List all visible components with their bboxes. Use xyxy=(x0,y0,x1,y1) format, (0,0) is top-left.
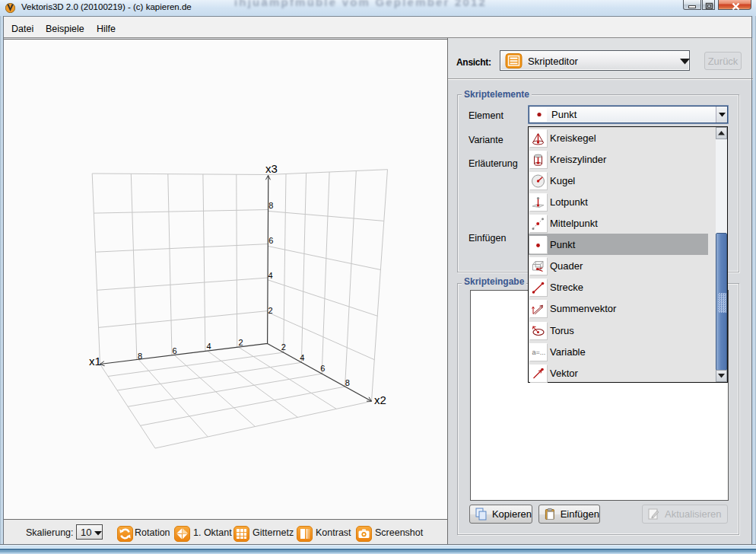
svg-text:a=...: a=... xyxy=(532,349,546,356)
svg-text:2: 2 xyxy=(238,338,243,347)
svg-text:2: 2 xyxy=(281,342,286,352)
svg-text:x1: x1 xyxy=(89,355,101,368)
svg-text:4: 4 xyxy=(300,353,304,362)
svg-text:x2: x2 xyxy=(374,393,386,406)
svg-text:2: 2 xyxy=(268,306,272,315)
svg-text:6: 6 xyxy=(320,364,325,373)
svg-text:8: 8 xyxy=(138,352,142,361)
svg-text:6: 6 xyxy=(172,346,176,355)
svg-text:x3: x3 xyxy=(265,162,278,175)
svg-text:8: 8 xyxy=(345,378,350,387)
svg-text:4: 4 xyxy=(268,271,272,280)
svg-text:8: 8 xyxy=(268,201,273,210)
svg-text:4: 4 xyxy=(207,342,211,351)
svg-text:6: 6 xyxy=(268,236,273,245)
